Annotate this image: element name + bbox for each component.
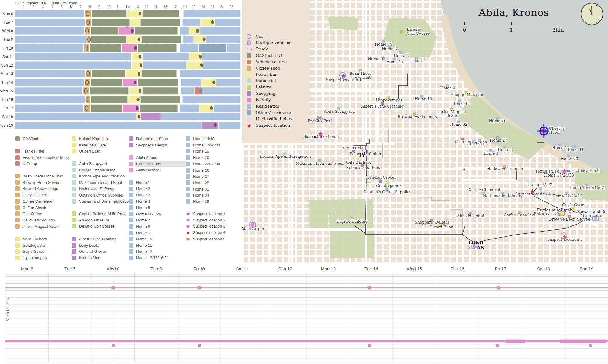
legend-label: Capitol Building Abila Park	[79, 211, 125, 217]
legend-label: Maximum Iron and Steel	[79, 180, 122, 185]
gantt-segment[interactable]	[184, 10, 241, 17]
gantt-segment[interactable]	[92, 10, 126, 17]
gantt-segment[interactable]	[90, 87, 128, 94]
gantt-segment[interactable]	[143, 62, 186, 69]
gantt-segment[interactable]	[181, 79, 201, 86]
place-legend: GASTechFrank's FuelFrydos Autosupply n' …	[0, 133, 243, 264]
gantt-segment[interactable]	[92, 70, 125, 77]
gantt-segment[interactable]	[138, 79, 178, 86]
legend-label: Cup O' Joe	[22, 211, 42, 217]
event-square[interactable]	[198, 286, 201, 290]
gantt-segment[interactable]	[183, 36, 193, 43]
car-timeline-chart[interactable]: Car 7 registered to Isande Borrasca12345…	[0, 0, 243, 134]
legend-label: Abila Zacharo	[22, 236, 47, 242]
color-swatch	[129, 168, 133, 172]
event-square[interactable]	[111, 286, 115, 290]
gantt-segment[interactable]	[15, 44, 83, 52]
gantt-segment[interactable]	[91, 105, 122, 112]
hour-tick: 2	[33, 5, 34, 9]
gantt-segment[interactable]	[143, 53, 189, 60]
gantt-segment[interactable]	[92, 19, 129, 26]
map-legend-label: Car	[256, 34, 263, 39]
gantt-segment[interactable]	[183, 19, 200, 26]
event-square[interactable]	[368, 344, 371, 347]
gantt-segment[interactable]	[87, 36, 90, 43]
gantt-segment[interactable]	[15, 70, 85, 77]
gantt-segment[interactable]	[15, 96, 85, 103]
map-place-label: Home 35	[452, 101, 470, 106]
gantt-segment[interactable]	[199, 44, 226, 52]
color-swatch	[72, 249, 76, 254]
suspect-star-icon: ★	[186, 211, 190, 216]
event-square[interactable]	[589, 344, 592, 347]
gantt-segment[interactable]	[130, 19, 140, 26]
gantt-segment[interactable]	[214, 105, 241, 112]
gantt-segment[interactable]	[91, 36, 126, 43]
map-place-label: Capitol Building	[337, 219, 368, 224]
gantt-segment[interactable]	[143, 10, 179, 17]
stop-dot-marker	[139, 12, 141, 15]
gantt-segment[interactable]	[180, 70, 240, 77]
gantt-segment[interactable]	[161, 113, 241, 120]
gantt-segment[interactable]	[135, 27, 178, 35]
legend-label: Home 8	[136, 224, 150, 229]
event-square[interactable]	[496, 344, 499, 347]
gantt-segment[interactable]	[206, 36, 240, 43]
gantt-segment[interactable]	[219, 122, 240, 129]
map-legend-label: Vehicle related	[256, 59, 287, 64]
gantt-segment[interactable]	[15, 27, 84, 35]
gantt-segment[interactable]	[15, 113, 136, 120]
gantt-segment[interactable]	[181, 87, 194, 94]
event-square[interactable]	[497, 286, 500, 290]
place-marker[interactable]	[400, 30, 403, 33]
place-marker[interactable]	[572, 207, 575, 210]
gantt-segment[interactable]	[142, 70, 177, 77]
gantt-segment[interactable]	[90, 44, 121, 52]
abila-map[interactable]: DesafioGolf CourseHome 19Home 3Home 2Hom…	[242, 0, 608, 264]
day-label: Sun 19	[1, 123, 13, 128]
stop-dot-marker	[134, 80, 136, 84]
gantt-segment[interactable]	[15, 79, 84, 86]
gantt-segment[interactable]	[141, 96, 180, 103]
gantt-segment[interactable]	[202, 87, 241, 94]
gantt-segment[interactable]	[143, 87, 178, 94]
gantt-segment[interactable]	[138, 44, 176, 52]
gantt-segment[interactable]	[215, 19, 240, 26]
gantt-segment[interactable]	[140, 105, 177, 112]
gantt-segment[interactable]	[91, 79, 122, 86]
gantt-segment[interactable]	[203, 62, 241, 69]
stop-dot-marker	[134, 46, 137, 50]
gantt-segment[interactable]	[15, 105, 83, 112]
color-swatch	[72, 199, 76, 204]
stop-dot-marker	[138, 37, 140, 41]
day-label: Tue 14	[364, 266, 378, 271]
gantt-segment[interactable]	[15, 53, 131, 60]
gantt-segment[interactable]	[15, 122, 201, 129]
gantt-segment[interactable]	[91, 96, 127, 103]
event-square[interactable]	[112, 344, 115, 347]
gantt-segment[interactable]	[202, 53, 241, 60]
gantt-segment[interactable]	[15, 87, 82, 94]
gantt-segment[interactable]	[180, 105, 199, 112]
map-annotation: GAS	[468, 246, 475, 249]
gantt-segment[interactable]	[180, 27, 189, 35]
event-square[interactable]	[368, 286, 371, 290]
gantt-segment[interactable]	[216, 79, 240, 86]
gantt-segment[interactable]	[15, 19, 85, 26]
gantt-segment[interactable]	[199, 27, 240, 35]
vehicles-timeline[interactable]: Mon 6Tue 7Wed 8Thu 9Fri 10Sat 11Sun 12Mo…	[0, 264, 608, 364]
place-marker[interactable]	[379, 180, 382, 183]
gantt-segment[interactable]	[142, 36, 181, 43]
gantt-segment[interactable]	[15, 10, 84, 17]
gantt-segment[interactable]	[183, 96, 241, 103]
gantt-segment[interactable]	[227, 44, 240, 52]
gantt-segment[interactable]	[15, 36, 87, 43]
gantt-segment[interactable]	[141, 19, 180, 26]
gantt-segment[interactable]	[141, 113, 161, 120]
gantt-segment[interactable]	[15, 62, 131, 69]
gantt-segment[interactable]	[180, 44, 198, 52]
place-marker[interactable]	[539, 187, 542, 190]
gantt-segment[interactable]	[91, 27, 118, 35]
event-square[interactable]	[198, 344, 201, 347]
color-swatch	[15, 186, 20, 191]
